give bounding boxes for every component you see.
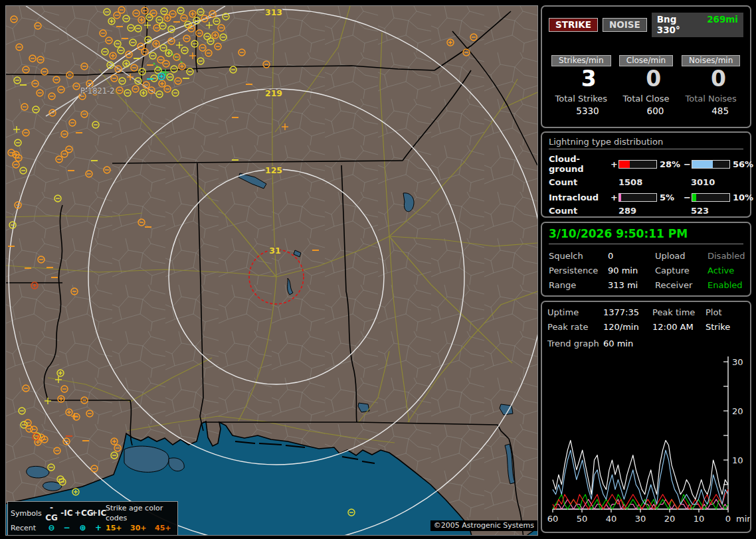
legend-header-symbols: Symbols xyxy=(11,508,44,518)
squelch-value: 0 xyxy=(608,251,655,261)
legend-header-age: Strike age color codes xyxy=(106,503,175,523)
session-trend-panel: Uptime 1377:35 Peak time Plot Peak rate … xyxy=(541,301,751,533)
circle-minus-icon: ⊖ xyxy=(44,523,59,533)
x-tick-label: 0 xyxy=(725,514,731,524)
ic-negative-percent: 10% xyxy=(730,193,753,202)
minus-sign: − xyxy=(683,159,692,169)
storm-track-label[interactable]: P-1821-2 xyxy=(80,86,115,96)
ring-label-313: 313 xyxy=(265,7,282,17)
age-code-60: 60+ xyxy=(106,533,130,536)
peak-rate-label: Peak rate xyxy=(547,322,603,332)
receiver-label: Receiver xyxy=(655,280,708,290)
ic-negative-bar xyxy=(692,193,730,202)
range-label: Range xyxy=(549,280,608,290)
total-close-value: 600 xyxy=(614,106,679,116)
datetime-display: 3/10/2026 9:50:11 PM xyxy=(549,227,743,244)
upload-label: Upload xyxy=(655,251,708,261)
x-tick-label: 20 xyxy=(664,514,676,524)
x-tick-label: 10 xyxy=(694,514,705,524)
uptime-value: 1377:35 xyxy=(603,307,652,317)
circle-minus-icon: ⊖ xyxy=(44,533,59,536)
ic-positive-bar xyxy=(618,193,657,202)
age-code-45: 45+ xyxy=(155,523,175,533)
strikes-per-min-header: Strikes/min xyxy=(551,55,611,66)
copyright-notice: ©2005 Astrogenic Systems xyxy=(430,520,537,531)
legend-row-old-label: Old xyxy=(11,533,44,536)
legend-header-pos-cg: +CG xyxy=(74,508,91,518)
strike-toggle-button[interactable]: STRIKE xyxy=(549,18,598,32)
nexstorm-window: 313 219 125 31 P-1821-2 Symbols -CG -IC … xyxy=(0,0,756,539)
x-tick-label: 40 xyxy=(606,514,617,524)
intracloud-label: Intracloud xyxy=(549,193,610,202)
receiver-status: Enabled xyxy=(708,280,745,290)
x-axis-unit-label: min xyxy=(736,514,750,524)
circle-plus-icon: ⊕ xyxy=(74,533,91,536)
plus-sign: + xyxy=(610,159,618,169)
y-tick-label: 30 xyxy=(732,357,743,367)
ic-negative-count: 523 xyxy=(691,206,743,216)
ic-count-label: Count xyxy=(549,206,610,216)
cg-positive-count: 1508 xyxy=(618,177,682,187)
plus-icon: + xyxy=(91,523,106,533)
total-close-label: Total Close xyxy=(614,94,679,104)
age-code-30: 30+ xyxy=(130,523,155,533)
trend-graph-label: Trend graph xyxy=(547,339,603,348)
plus-icon: + xyxy=(91,533,106,536)
close-per-min-header: Close/min xyxy=(619,55,673,66)
total-strikes-label: Total Strikes xyxy=(549,94,614,104)
persistence-value: 90 min xyxy=(608,266,655,275)
upload-status: Disabled xyxy=(708,251,745,261)
ring-label-31: 31 xyxy=(269,246,280,256)
y-tick-label: 10 xyxy=(732,455,743,465)
x-tick-label: 30 xyxy=(635,514,646,524)
trend-series xyxy=(553,489,728,509)
peak-time-label: Peak time xyxy=(652,307,706,317)
total-strikes-value: 5330 xyxy=(549,106,614,116)
capture-status: Active xyxy=(708,266,745,275)
cg-count-label: Count xyxy=(549,177,610,187)
bearing-distance: 269mi xyxy=(707,14,738,35)
total-noises-value: 485 xyxy=(678,106,743,116)
age-code-75: 75+ xyxy=(130,533,155,536)
capture-label: Capture xyxy=(655,266,708,275)
trend-graph-window: 60 min xyxy=(603,339,745,348)
legend-header-neg-ic: -IC xyxy=(59,508,74,518)
lightning-map[interactable]: 313 219 125 31 P-1821-2 Symbols -CG -IC … xyxy=(5,5,538,536)
noises-per-min-header: Noises/min xyxy=(682,55,740,66)
peak-time-value: 12:00 AM xyxy=(652,322,706,332)
legend-row-recent-label: Recent xyxy=(11,523,44,533)
strike-stats-panel: STRIKE NOISE Bng 330° 269mi Strikes/min … xyxy=(541,5,751,128)
trend-graph: 1020306050403020100min xyxy=(547,350,750,525)
lightning-distribution-panel: Lightning type distribution Cloud-ground… xyxy=(541,131,751,218)
noise-toggle-button[interactable]: NOISE xyxy=(603,18,647,32)
total-noises-label: Total Noises xyxy=(678,94,743,104)
plot-value[interactable]: Strike xyxy=(706,322,745,332)
map-canvas: 313 219 125 31 P-1821-2 xyxy=(6,6,537,535)
minus-icon: − xyxy=(59,523,74,533)
ic-positive-count: 289 xyxy=(618,206,682,216)
legend-header-neg-cg: -CG xyxy=(44,503,59,523)
ring-label-219: 219 xyxy=(265,88,282,98)
minus-sign: − xyxy=(683,193,692,202)
squelch-label: Squelch xyxy=(549,251,608,261)
noises-per-min-value: 0 xyxy=(678,66,743,92)
bearing-readout: Bng 330° 269mi xyxy=(652,13,743,37)
uptime-label: Uptime xyxy=(547,307,603,317)
map-legend: Symbols -CG -IC +CG +IC Strike age color… xyxy=(7,501,178,536)
cg-negative-percent: 56% xyxy=(730,159,753,169)
x-tick-label: 50 xyxy=(577,514,588,524)
cg-positive-percent: 28% xyxy=(657,159,683,169)
strikes-per-min-value: 3 xyxy=(549,66,614,92)
plot-label: Plot xyxy=(706,307,745,317)
cg-negative-bar xyxy=(692,160,730,169)
range-value: 313 mi xyxy=(608,280,655,290)
distribution-title: Lightning type distribution xyxy=(549,137,743,149)
age-code-90: 90+ xyxy=(155,533,175,536)
receiver-status-panel: 3/10/2026 9:50:11 PM Squelch 0 Upload Di… xyxy=(541,222,751,297)
cg-positive-bar xyxy=(618,160,657,169)
legend-header-pos-ic: +IC xyxy=(91,508,106,518)
close-per-min-value: 0 xyxy=(614,66,679,92)
x-tick-label: 60 xyxy=(547,514,558,524)
ring-label-125: 125 xyxy=(265,165,282,175)
plus-sign: + xyxy=(610,193,618,202)
